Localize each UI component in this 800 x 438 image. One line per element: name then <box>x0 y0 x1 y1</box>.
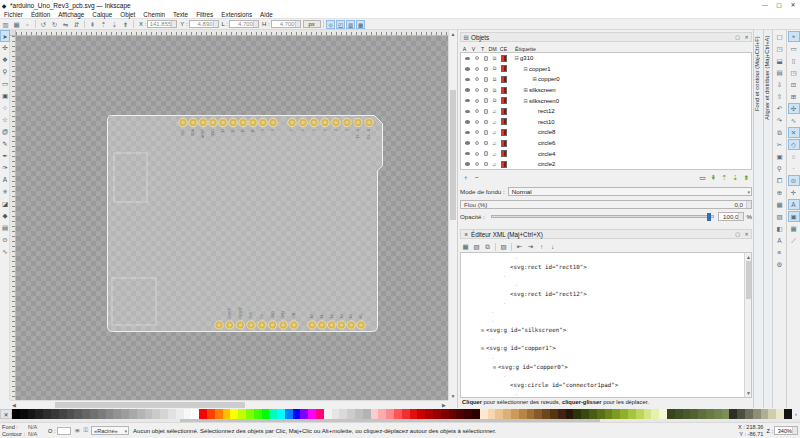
visibility-eye-icon[interactable] <box>465 162 470 166</box>
blend-indicator-icon[interactable] <box>475 88 479 92</box>
xml-text-node[interactable]: · <box>461 353 751 362</box>
pencil-tool[interactable]: ✎ <box>0 138 10 150</box>
palette-swatch[interactable] <box>745 409 753 419</box>
palette-swatch[interactable] <box>129 409 137 419</box>
palette-swatch[interactable] <box>277 409 285 419</box>
ellipse-tool[interactable]: ○ <box>0 102 10 114</box>
blend-indicator-icon[interactable] <box>475 56 479 60</box>
copy-icon[interactable]: ⧉ <box>774 127 786 138</box>
palette-swatch[interactable] <box>675 409 683 419</box>
palette-swatch[interactable] <box>98 409 106 419</box>
palette-swatch[interactable] <box>667 409 675 419</box>
palette-swatch[interactable] <box>534 409 542 419</box>
object-row-copper1[interactable]: ⧉⊟copper1 <box>461 64 751 75</box>
palette-swatch[interactable] <box>82 409 90 419</box>
palette-swatch[interactable] <box>612 409 620 419</box>
palette-swatch[interactable] <box>394 409 402 419</box>
object-row-circle6[interactable]: ▱circle6 <box>461 138 751 149</box>
visibility-eye-icon[interactable] <box>465 57 470 61</box>
snap-page-border-icon[interactable]: ▣ <box>788 211 800 222</box>
print-icon[interactable]: ▤ <box>774 67 786 78</box>
open-document-icon[interactable]: ◳ <box>774 43 786 54</box>
menu-chemin[interactable]: Chemin <box>139 11 169 18</box>
vertical-scrollbar[interactable]: ▲ ▼ <box>448 30 456 400</box>
fill-stroke-indicator[interactable]: Fond :N/A Contour :N/A <box>0 424 44 438</box>
duplicate-icon[interactable]: ⧠ <box>774 175 786 186</box>
spiral-tool[interactable]: @ <box>0 126 10 138</box>
palette-swatch[interactable] <box>581 409 589 419</box>
star-tool[interactable]: ☆ <box>0 114 10 126</box>
palette-swatch[interactable] <box>300 409 308 419</box>
object-row-rect10[interactable]: ▱rect10 <box>461 117 751 128</box>
indent-node-button[interactable]: ⇥ <box>525 242 536 252</box>
palette-swatch[interactable] <box>644 409 652 419</box>
remove-object-button[interactable]: − <box>471 173 482 183</box>
affect-gradients-toggle[interactable]: ▥ <box>346 20 355 29</box>
palette-swatch[interactable] <box>223 409 231 419</box>
palette-swatch[interactable] <box>51 409 59 419</box>
palette-swatch[interactable] <box>714 409 722 419</box>
tweak-tool[interactable]: ❖ <box>0 54 10 66</box>
snap-enable-icon[interactable]: ⌖ <box>788 31 800 42</box>
highlight-color-swatch[interactable] <box>501 108 507 115</box>
height-field[interactable]: 4.700 <box>271 20 301 28</box>
menu-aide[interactable]: Aide <box>256 11 277 18</box>
palette-swatch[interactable] <box>417 409 425 419</box>
maximize-button[interactable]: ▢ <box>772 0 786 11</box>
visibility-eye-icon[interactable] <box>465 120 470 124</box>
object-row-silkscreen0[interactable]: ⧉⊟silkscreen0 <box>461 95 751 106</box>
palette-swatch[interactable] <box>207 409 215 419</box>
palette-swatch[interactable] <box>495 409 503 419</box>
highlight-color-swatch[interactable] <box>501 118 507 125</box>
highlight-color-swatch[interactable] <box>501 55 507 62</box>
palette-swatch[interactable] <box>316 409 324 419</box>
raise-icon[interactable]: ⇡ <box>99 20 109 29</box>
menu-affichage[interactable]: Affichage <box>54 11 88 18</box>
highlight-color-swatch[interactable] <box>501 161 507 168</box>
expander-icon[interactable]: ⊞ <box>479 327 486 333</box>
object-row-circle4[interactable]: ▱circle4 <box>461 148 751 159</box>
box3d-tool[interactable]: ▣ <box>0 90 10 102</box>
palette-swatch[interactable] <box>12 409 20 419</box>
zoom-tool[interactable]: ⚲ <box>0 66 10 78</box>
palette-close-button[interactable]: ✕ <box>0 409 12 419</box>
scroll-down-arrow[interactable]: ▼ <box>449 392 457 400</box>
palette-swatch[interactable] <box>254 409 262 419</box>
undo-icon[interactable]: ↶ <box>774 103 786 114</box>
visibility-eye-icon[interactable] <box>465 152 470 156</box>
palette-swatch[interactable] <box>464 409 472 419</box>
palette-swatch[interactable] <box>519 409 527 419</box>
paste-icon[interactable]: ▣ <box>774 151 786 162</box>
palette-swatch[interactable] <box>35 409 43 419</box>
palette-swatch[interactable] <box>605 409 613 419</box>
ungroup-icon[interactable]: ▧ <box>774 211 786 222</box>
statusbar-opacity-field[interactable] <box>57 427 71 435</box>
snap-guide-icon[interactable]: ⟋ <box>788 235 800 246</box>
pen-tool[interactable]: ✒ <box>0 150 10 162</box>
snap-midpoints-icon[interactable]: · <box>788 163 800 174</box>
palette-swatch[interactable] <box>589 409 597 419</box>
palette-swatch[interactable] <box>784 409 792 419</box>
menu-extensions[interactable]: Extensions <box>217 11 256 18</box>
cut-icon[interactable]: ✂ <box>774 139 786 150</box>
opacity-slider-knob[interactable] <box>707 213 711 221</box>
palette-swatch[interactable] <box>293 409 301 419</box>
palette-swatch[interactable] <box>339 409 347 419</box>
menu-objet[interactable]: Objet <box>116 11 139 18</box>
snap-centers-icon[interactable]: ⊙ <box>788 175 800 186</box>
lower-icon[interactable]: ⇣ <box>110 20 120 29</box>
xml-scroll-up-arrow[interactable]: ▲ <box>745 253 752 261</box>
gradient-tool[interactable]: ▤ <box>0 222 10 234</box>
palette-swatch[interactable] <box>238 409 246 419</box>
snap-cusp-nodes-icon[interactable]: ◇ <box>788 139 800 150</box>
blend-indicator-icon[interactable] <box>475 130 479 134</box>
move-node-up-button[interactable]: ↑ <box>536 242 547 252</box>
lock-icon[interactable] <box>484 130 488 135</box>
palette-swatch[interactable] <box>28 409 36 419</box>
highlight-color-swatch[interactable] <box>501 76 507 83</box>
palette-swatch[interactable] <box>176 409 184 419</box>
palette-swatch[interactable] <box>184 409 192 419</box>
affect-stroke-toggle[interactable]: ⟐ <box>326 20 335 29</box>
lower-to-bottom-icon[interactable]: ⇟ <box>121 20 131 29</box>
highlight-color-swatch[interactable] <box>501 65 507 72</box>
